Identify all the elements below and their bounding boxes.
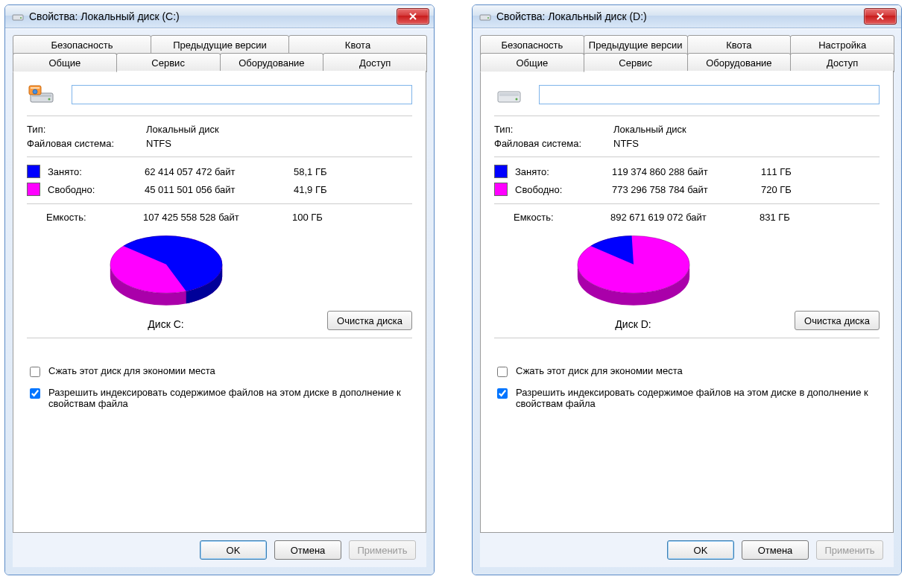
tab-panel-general: Тип:Локальный дискФайловая система:NTFSЗ… bbox=[480, 71, 894, 533]
svg-point-4 bbox=[48, 98, 51, 101]
disk-label: Диск D: bbox=[615, 318, 651, 330]
value-type: Локальный диск bbox=[146, 124, 412, 135]
dialog-body: БезопасностьПредыдущие версииКвотаНастро… bbox=[473, 28, 901, 575]
close-button[interactable] bbox=[864, 8, 897, 25]
divider bbox=[27, 157, 412, 157]
label-used: Занято: bbox=[515, 166, 612, 177]
tab[interactable]: Оборудование bbox=[687, 53, 792, 72]
svg-rect-0 bbox=[13, 15, 23, 20]
compress-checkbox-row[interactable]: Сжать этот диск для экономии места bbox=[27, 365, 412, 379]
index-checkbox-row[interactable]: Разрешить индексировать содержимое файло… bbox=[27, 387, 412, 409]
row-free: Свободно:773 296 758 784 байт720 ГБ bbox=[494, 183, 880, 196]
dialog-body: БезопасностьПредыдущие версииКвотаОбщиеС… bbox=[5, 28, 434, 575]
tab[interactable]: Общие bbox=[480, 53, 584, 72]
divider bbox=[494, 157, 880, 157]
compress-checkbox[interactable] bbox=[497, 367, 508, 377]
tab[interactable]: Квота bbox=[687, 35, 792, 54]
divider bbox=[494, 203, 880, 204]
apply-button[interactable]: Применить bbox=[816, 540, 883, 560]
tab-bar: БезопасностьПредыдущие версииКвотаНастро… bbox=[480, 35, 894, 71]
label-free: Свободно: bbox=[515, 184, 612, 195]
tab[interactable]: Безопасность bbox=[480, 35, 584, 54]
value-capacity-gb: 100 ГБ bbox=[292, 212, 344, 223]
tab-bar: БезопасностьПредыдущие версииКвотаОбщиеС… bbox=[13, 35, 426, 71]
drive-icon bbox=[479, 10, 492, 23]
compress-checkbox-row[interactable]: Сжать этот диск для экономии места bbox=[494, 365, 880, 379]
row-capacity: Емкость:107 425 558 528 байт100 ГБ bbox=[27, 212, 412, 223]
value-free-gb: 41,9 ГБ bbox=[294, 184, 346, 195]
svg-rect-10 bbox=[480, 15, 490, 20]
ok-button[interactable]: OK bbox=[667, 540, 734, 560]
value-used-gb: 58,1 ГБ bbox=[294, 166, 346, 177]
value-free-bytes: 45 011 501 056 байт bbox=[145, 184, 294, 195]
label-capacity: Емкость: bbox=[27, 212, 143, 223]
label-filesystem: Файловая система: bbox=[27, 138, 146, 149]
tab[interactable]: Предыдущие версии bbox=[151, 35, 289, 54]
disk-label: Диск C: bbox=[148, 318, 183, 330]
index-checkbox[interactable] bbox=[497, 388, 508, 399]
value-filesystem: NTFS bbox=[613, 138, 880, 149]
titlebar[interactable]: Свойства: Локальный диск (D:) bbox=[473, 5, 901, 28]
ok-button[interactable]: OK bbox=[200, 540, 267, 560]
value-type: Локальный диск bbox=[613, 124, 880, 135]
disk-cleanup-button[interactable]: Очистка диска bbox=[795, 311, 880, 330]
value-capacity-gb: 831 ГБ bbox=[760, 212, 812, 223]
tab[interactable]: Доступ bbox=[323, 53, 427, 72]
dialog-button-row: OKОтменаПрименить bbox=[13, 533, 426, 567]
apply-button[interactable]: Применить bbox=[349, 540, 416, 560]
tab[interactable]: Настройка bbox=[790, 35, 894, 54]
tab[interactable]: Доступ bbox=[790, 53, 894, 72]
row-capacity: Емкость:892 671 619 072 байт831 ГБ bbox=[494, 212, 880, 223]
drive-name-input[interactable] bbox=[72, 85, 412, 104]
divider bbox=[494, 338, 880, 338]
drive-large-icon bbox=[494, 83, 524, 107]
index-checkbox[interactable] bbox=[30, 388, 40, 399]
tab[interactable]: Оборудование bbox=[220, 53, 324, 72]
value-capacity-bytes: 107 425 558 528 байт bbox=[143, 212, 292, 223]
index-checkbox-row[interactable]: Разрешить индексировать содержимое файло… bbox=[494, 387, 880, 409]
tab[interactable]: Общие bbox=[13, 53, 117, 72]
swatch-used bbox=[494, 165, 508, 178]
properties-dialog: Свойства: Локальный диск (D:)Безопасност… bbox=[472, 4, 902, 575]
cancel-button[interactable]: Отмена bbox=[742, 540, 809, 560]
properties-dialog: Свойства: Локальный диск (C:)Безопасност… bbox=[4, 4, 435, 575]
disk-cleanup-button[interactable]: Очистка диска bbox=[327, 311, 412, 330]
tab-row-bottom: ОбщиеСервисОборудованиеДоступ bbox=[13, 53, 426, 72]
value-used-bytes: 119 374 860 288 байт bbox=[612, 166, 761, 177]
divider bbox=[494, 116, 880, 116]
dialog-button-row: OKОтменаПрименить bbox=[480, 533, 894, 567]
value-capacity-bytes: 892 671 619 072 байт bbox=[610, 212, 760, 223]
tab[interactable]: Безопасность bbox=[13, 35, 151, 54]
value-filesystem: NTFS bbox=[146, 138, 412, 149]
row-free: Свободно:45 011 501 056 байт41,9 ГБ bbox=[27, 183, 412, 196]
label-type: Тип: bbox=[27, 124, 146, 135]
label-filesystem: Файловая система: bbox=[494, 138, 613, 149]
drive-name-input[interactable] bbox=[539, 85, 880, 104]
tab-row-bottom: ОбщиеСервисОборудованиеДоступ bbox=[480, 53, 894, 72]
tab[interactable]: Сервис bbox=[584, 53, 688, 72]
compress-label: Сжать этот диск для экономии места bbox=[516, 365, 880, 376]
tab[interactable]: Сервис bbox=[116, 53, 221, 72]
swatch-used bbox=[27, 165, 40, 178]
svg-rect-13 bbox=[499, 93, 519, 96]
label-type: Тип: bbox=[494, 124, 613, 135]
value-used-gb: 111 ГБ bbox=[761, 166, 813, 177]
tab[interactable]: Квота bbox=[288, 35, 427, 54]
swatch-free bbox=[494, 183, 508, 196]
compress-checkbox[interactable] bbox=[30, 367, 40, 377]
drive-icon bbox=[11, 10, 25, 23]
tab[interactable]: Предыдущие версии bbox=[584, 35, 688, 54]
svg-rect-6 bbox=[31, 87, 40, 89]
usage-pie-chart: Диск C: bbox=[27, 230, 305, 330]
cancel-button[interactable]: Отмена bbox=[274, 540, 341, 560]
close-button[interactable] bbox=[397, 8, 429, 25]
window-title: Свойства: Локальный диск (C:) bbox=[29, 10, 397, 22]
row-used: Занято:62 414 057 472 байт58,1 ГБ bbox=[27, 165, 412, 178]
titlebar[interactable]: Свойства: Локальный диск (C:) bbox=[5, 5, 434, 28]
divider bbox=[27, 338, 412, 338]
divider bbox=[27, 203, 412, 204]
window-title: Свойства: Локальный диск (D:) bbox=[496, 10, 864, 22]
svg-point-14 bbox=[516, 98, 518, 101]
tab-row-top: БезопасностьПредыдущие версииКвота bbox=[13, 35, 426, 54]
label-capacity: Емкость: bbox=[494, 212, 610, 223]
